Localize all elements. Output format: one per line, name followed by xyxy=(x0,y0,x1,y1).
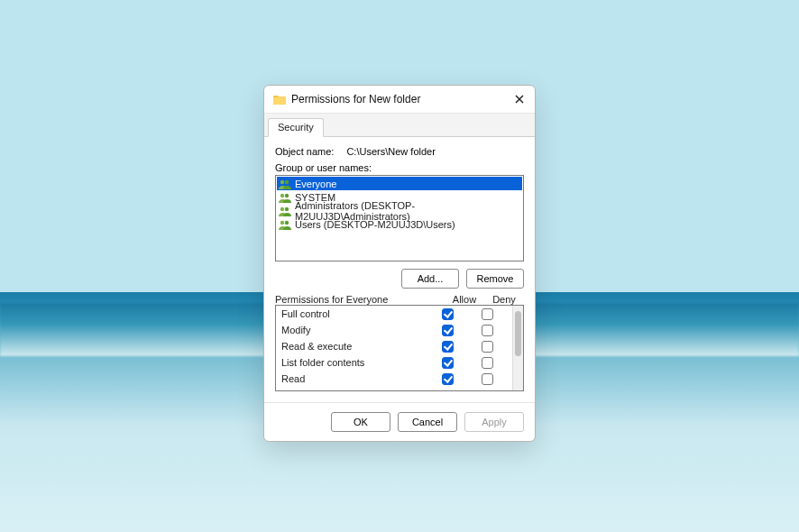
list-item[interactable]: Administrators (DESKTOP-M2UUJ3D\Administ… xyxy=(277,204,522,217)
users-icon xyxy=(279,218,291,231)
permission-row: Read & execute xyxy=(276,338,512,354)
permission-name: List folder contents xyxy=(281,357,427,368)
permission-row: Full control xyxy=(276,306,512,322)
svg-point-6 xyxy=(280,220,284,224)
deny-column-header: Deny xyxy=(484,294,524,305)
permissions-header: Permissions for Everyone Allow Deny xyxy=(275,294,524,305)
svg-point-0 xyxy=(280,179,284,183)
apply-button[interactable]: Apply xyxy=(464,412,524,432)
scrollbar[interactable] xyxy=(512,306,523,390)
deny-checkbox[interactable] xyxy=(482,357,493,369)
remove-button[interactable]: Remove xyxy=(466,269,524,289)
deny-checkbox[interactable] xyxy=(482,341,493,353)
groups-label: Group or user names: xyxy=(275,162,524,173)
add-button[interactable]: Add... xyxy=(401,269,459,289)
users-icon xyxy=(279,178,291,190)
object-name-value: C:\Users\New folder xyxy=(346,146,435,157)
scrollbar-thumb[interactable] xyxy=(515,311,521,356)
svg-point-3 xyxy=(285,193,289,197)
permission-name: Modify xyxy=(281,325,427,335)
tab-security[interactable]: Security xyxy=(268,118,324,137)
allow-checkbox[interactable] xyxy=(442,357,454,369)
folder-icon xyxy=(273,94,286,105)
titlebar[interactable]: Permissions for New folder xyxy=(264,86,535,114)
object-name-row: Object name: C:\Users\New folder xyxy=(275,146,524,157)
permission-row: Modify xyxy=(276,322,512,338)
svg-point-5 xyxy=(285,206,289,210)
tabstrip: Security xyxy=(264,114,535,137)
deny-checkbox[interactable] xyxy=(482,325,493,336)
permission-name: Full control xyxy=(281,308,427,319)
permission-name: Read xyxy=(281,373,427,384)
window-title: Permissions for New folder xyxy=(291,93,506,105)
list-item[interactable]: Everyone xyxy=(277,177,522,190)
allow-checkbox[interactable] xyxy=(442,341,454,353)
allow-checkbox[interactable] xyxy=(442,325,454,336)
ok-button[interactable]: OK xyxy=(331,412,390,432)
allow-checkbox[interactable] xyxy=(442,308,454,320)
svg-point-2 xyxy=(280,193,284,197)
close-button[interactable] xyxy=(511,91,528,107)
deny-checkbox[interactable] xyxy=(482,373,493,385)
users-icon xyxy=(279,205,291,217)
permissions-listbox: Full control Modify Read & execute List … xyxy=(275,305,524,391)
svg-point-1 xyxy=(285,179,289,183)
list-item-label: Everyone xyxy=(295,179,336,189)
users-icon xyxy=(279,191,291,204)
allow-column-header: Allow xyxy=(445,294,484,305)
deny-checkbox[interactable] xyxy=(482,308,493,320)
svg-point-7 xyxy=(285,220,289,224)
permission-row: Read xyxy=(276,371,512,387)
object-name-label: Object name: xyxy=(275,146,334,157)
groups-listbox[interactable]: Everyone SYSTEM Administrators (DESKTOP-… xyxy=(275,175,524,261)
cancel-button[interactable]: Cancel xyxy=(398,412,457,432)
permissions-dialog: Permissions for New folder Security Obje… xyxy=(263,85,536,442)
svg-point-4 xyxy=(280,206,284,210)
list-item-label: Users (DESKTOP-M2UUJ3D\Users) xyxy=(295,219,455,230)
permission-name: Read & execute xyxy=(281,341,427,352)
allow-checkbox[interactable] xyxy=(442,373,454,385)
permissions-for-label: Permissions for Everyone xyxy=(275,294,445,305)
permission-row: List folder contents xyxy=(276,354,512,371)
